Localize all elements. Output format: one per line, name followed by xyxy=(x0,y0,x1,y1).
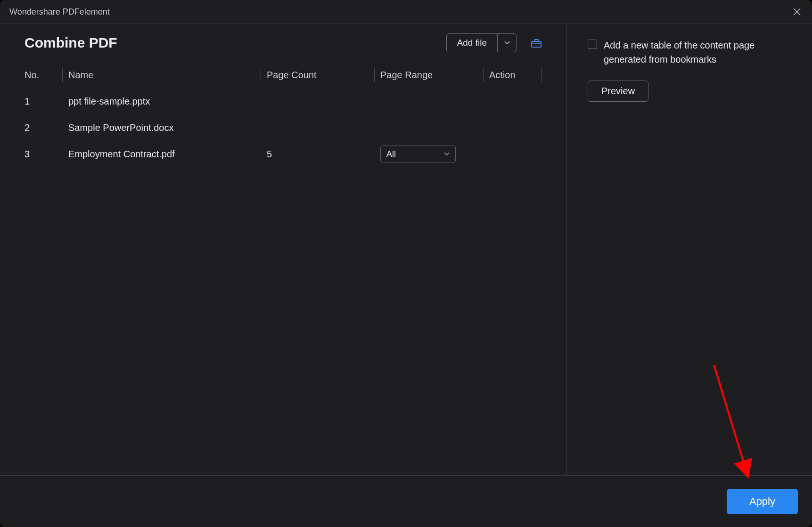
table-header: No. Name Page Count Page Range Action xyxy=(25,62,542,88)
main-panel: Combine PDF Add file xyxy=(0,24,567,475)
toc-checkbox-label: Add a new table of the content page gene… xyxy=(604,38,791,66)
close-icon xyxy=(793,8,801,16)
row-no: 1 xyxy=(25,96,62,107)
col-pagerange-header: Page Range xyxy=(375,70,483,81)
page-title: Combine PDF xyxy=(25,35,117,51)
table-row[interactable]: 2 Sample PowerPoint.docx xyxy=(25,114,542,141)
add-file-group: Add file xyxy=(446,33,517,52)
row-name: ppt file-sample.pptx xyxy=(63,96,261,107)
table-row[interactable]: 1 ppt file-sample.pptx xyxy=(25,88,542,114)
preview-button[interactable]: Preview xyxy=(588,81,648,102)
row-pagerange: All xyxy=(375,146,483,162)
app-title: Wondershare PDFelement xyxy=(9,7,110,17)
file-table: No. Name Page Count Page Range Action 1 … xyxy=(0,62,566,475)
row-pagecount: 5 xyxy=(261,149,374,160)
col-name-header: Name xyxy=(63,70,261,81)
side-panel: Add a new table of the content page gene… xyxy=(567,24,812,475)
row-name: Employment Contract.pdf xyxy=(63,149,261,160)
col-no-header: No. xyxy=(25,70,62,81)
toolbox-button[interactable] xyxy=(531,37,542,49)
divider xyxy=(541,68,542,82)
row-name: Sample PowerPoint.docx xyxy=(63,122,261,133)
close-button[interactable] xyxy=(791,6,803,17)
add-file-button[interactable]: Add file xyxy=(446,33,498,52)
footer: Apply xyxy=(0,475,812,527)
col-action-header: Action xyxy=(484,70,541,81)
table-row[interactable]: 3 Employment Contract.pdf 5 All xyxy=(25,141,542,167)
chevron-down-icon xyxy=(504,41,510,45)
titlebar: Wondershare PDFelement xyxy=(0,0,812,24)
svg-rect-2 xyxy=(532,41,541,47)
apply-button[interactable]: Apply xyxy=(727,489,798,514)
toc-checkbox-row: Add a new table of the content page gene… xyxy=(588,38,791,66)
toc-checkbox[interactable] xyxy=(588,40,597,49)
toolbox-icon xyxy=(531,37,542,49)
page-range-select[interactable]: All xyxy=(380,146,456,162)
row-no: 2 xyxy=(25,122,62,133)
row-no: 3 xyxy=(25,149,62,160)
add-file-dropdown[interactable] xyxy=(498,33,517,52)
page-range-value: All xyxy=(386,149,396,159)
col-pagecount-header: Page Count xyxy=(261,70,374,81)
chevron-down-icon xyxy=(444,152,450,156)
